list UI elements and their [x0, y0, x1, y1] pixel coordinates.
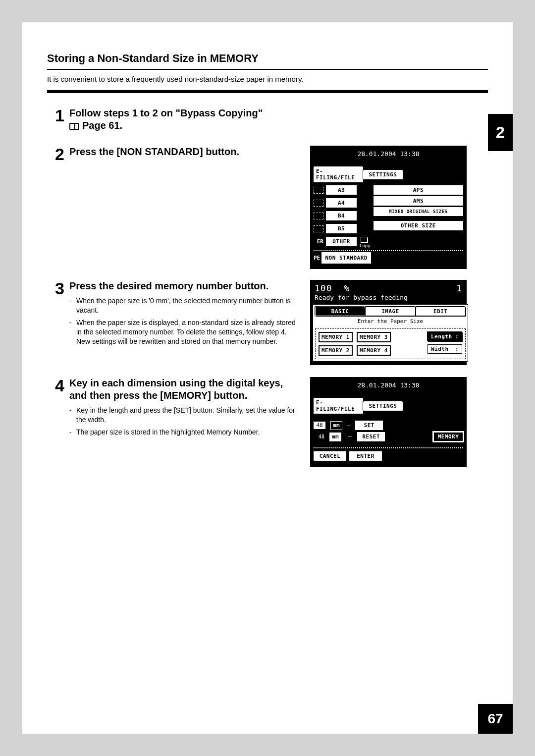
memory-1-button[interactable]: MEMORY 1: [319, 332, 353, 342]
step-3-heading: Press the desired memory number button.: [69, 280, 297, 292]
lcd-datetime: 28.01.2004 13:38: [314, 381, 463, 389]
connector-icon: ┄: [347, 423, 350, 428]
aps-button[interactable]: APS: [374, 185, 463, 195]
memory-3-button[interactable]: MEMORY 3: [357, 332, 391, 342]
tray-icon: [314, 187, 323, 194]
tab-basic[interactable]: BASIC: [315, 307, 365, 316]
tray-icon: [314, 213, 323, 219]
step-3-note-2: When the paper size is displayed, a non-…: [76, 318, 297, 346]
step-1: 1 Follow steps 1 to 2 on "Bypass Copying…: [22, 107, 513, 135]
memory-2-button[interactable]: MEMORY 2: [319, 345, 353, 356]
memory-button[interactable]: MEMORY: [433, 432, 463, 441]
step-2-screenshot: 28.01.2004 13:38 E-FILING/FILE SETTINGS …: [310, 146, 467, 269]
step-number: 1: [50, 107, 64, 124]
connector-icon: └┄: [346, 434, 352, 439]
book-icon: [69, 123, 79, 130]
divider: [314, 447, 463, 448]
section-title: Storing a Non-Standard Size in MEMORY: [22, 22, 513, 69]
cancel-button[interactable]: CANCEL: [314, 451, 346, 461]
er-label: ER: [317, 238, 323, 245]
tray-icon: [314, 200, 323, 207]
step-4-screenshot: 28.01.2004 13:38 E-FILING/FILE SETTINGS …: [310, 377, 467, 467]
pe-label: PE: [314, 255, 320, 261]
ams-button[interactable]: AMS: [374, 196, 463, 206]
copy-icon: Copy: [360, 238, 371, 248]
step-4-note-2: The paper size is stored in the highligh…: [76, 428, 297, 437]
enter-button[interactable]: ENTER: [349, 451, 382, 461]
size-b4-button[interactable]: B4: [326, 211, 357, 220]
page: Storing a Non-Standard Size in MEMORY It…: [22, 22, 513, 734]
intro-text: It is convenient to store a frequently u…: [22, 75, 513, 90]
tab-efiling[interactable]: E-FILING/FILE: [314, 166, 363, 182]
tab-settings[interactable]: SETTINGS: [363, 170, 403, 179]
page-number: 67: [478, 704, 513, 734]
step-4-heading: Key in each dimension using the digital …: [69, 377, 297, 402]
tray-icon: [314, 225, 323, 232]
step-4-note-1: Key in the length and press the [SET] bu…: [76, 406, 297, 425]
tab-efiling[interactable]: E-FILING/FILE: [314, 398, 363, 414]
step-number: 3: [50, 280, 64, 297]
ready-status: Ready for bypass feeding: [315, 294, 408, 301]
size-b5-button[interactable]: B5: [326, 224, 357, 233]
width-field[interactable]: Width:: [428, 344, 462, 354]
step-2: 2 Press the [NON STANDARD] button. 28.01…: [22, 146, 513, 269]
mixed-sizes-button[interactable]: MIXED ORIGINAL SIZES: [374, 207, 463, 216]
length-field[interactable]: Length:: [428, 332, 462, 341]
step-number: 2: [50, 146, 64, 162]
non-standard-button[interactable]: NON STANDARD: [322, 253, 370, 263]
zoom-value: 100 %: [315, 283, 350, 293]
size-a3-button[interactable]: A3: [326, 185, 357, 195]
width-value: 48: [314, 434, 324, 439]
other-button[interactable]: OTHER: [326, 237, 357, 246]
step-2-heading: Press the [NON STANDARD] button.: [69, 146, 297, 158]
thick-rule: [47, 90, 488, 93]
copy-count: 1: [456, 282, 462, 294]
step-1-heading: Follow steps 1 to 2 on "Bypass Copying" …: [69, 107, 297, 132]
step-4: 4 Key in each dimension using the digita…: [22, 377, 513, 467]
step-3: 3 Press the desired memory number button…: [22, 280, 513, 365]
step-3-note-1: When the paper size is '0 mm', the selec…: [76, 296, 297, 315]
step-1-heading-line-b: Page 61.: [82, 120, 122, 131]
tab-image[interactable]: IMAGE: [365, 307, 415, 316]
step-3-screenshot: 100 % 1 Ready for bypass feeding BASIC I…: [310, 280, 467, 365]
mm-unit: mm: [330, 421, 342, 430]
other-size-button[interactable]: OTHER SIZE: [374, 221, 463, 230]
enter-paper-size-label: Enter the Paper Size: [315, 318, 466, 324]
tab-settings[interactable]: SETTINGS: [363, 401, 403, 411]
thin-rule: [47, 69, 488, 70]
step-1-heading-line-a: Follow steps 1 to 2 on "Bypass Copying": [69, 108, 263, 118]
set-button[interactable]: SET: [355, 421, 383, 430]
step-number: 4: [50, 377, 64, 394]
length-value: 48: [314, 422, 325, 429]
chapter-tab: 2: [488, 114, 513, 151]
size-a4-button[interactable]: A4: [326, 198, 357, 208]
tab-edit[interactable]: EDIT: [416, 307, 466, 316]
mm-unit: mm: [329, 432, 341, 441]
reset-button[interactable]: RESET: [357, 432, 385, 441]
memory-4-button[interactable]: MEMORY 4: [357, 345, 391, 356]
divider: [314, 250, 463, 251]
lcd-datetime: 28.01.2004 13:38: [314, 150, 463, 158]
